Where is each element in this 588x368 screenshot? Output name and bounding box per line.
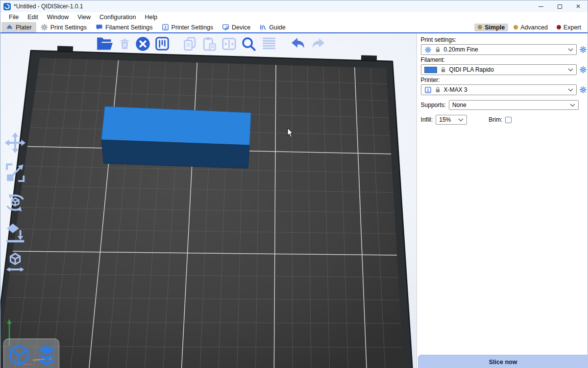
print-bed-scene bbox=[0, 33, 416, 368]
redo-button[interactable] bbox=[310, 36, 326, 52]
app-logo-icon bbox=[3, 3, 11, 10]
menu-file[interactable]: File bbox=[4, 13, 23, 22]
menu-help[interactable]: Help bbox=[140, 13, 162, 22]
lock-icon bbox=[435, 46, 441, 53]
infill-value: 15% bbox=[439, 116, 455, 123]
mouse-cursor bbox=[287, 128, 294, 138]
tab-guide[interactable]: Guide bbox=[255, 22, 290, 32]
move-tool[interactable] bbox=[4, 131, 26, 154]
arrange-button[interactable] bbox=[154, 36, 170, 52]
mode-simple[interactable]: Simple bbox=[474, 24, 508, 31]
mode-dot-icon bbox=[557, 25, 561, 29]
delete-all-button[interactable] bbox=[135, 36, 151, 52]
window-title: *Untitled - QIDISlicer-1.0.1 bbox=[14, 3, 83, 10]
tab-label: Print Settings bbox=[50, 24, 87, 31]
mode-expert[interactable]: Expert bbox=[553, 24, 585, 31]
cube-view-icon bbox=[7, 343, 31, 368]
place-on-face-tool[interactable] bbox=[4, 221, 26, 244]
circle-x-icon bbox=[135, 36, 151, 52]
plater-toolbar bbox=[95, 34, 326, 53]
undo-icon bbox=[290, 35, 307, 53]
maximize-icon bbox=[558, 4, 562, 9]
view-preview-button[interactable] bbox=[34, 343, 59, 368]
infill-select[interactable]: 15% bbox=[436, 115, 467, 125]
printer-select[interactable]: X-MAX 3 bbox=[421, 84, 577, 95]
view-3d-editor-button[interactable] bbox=[7, 343, 31, 368]
filament-select[interactable]: QIDI PLA Rapido bbox=[421, 64, 577, 75]
slice-now-button[interactable]: Slice now bbox=[418, 355, 588, 368]
app-window: *Untitled - QIDISlicer-1.0.1 ✕ FileEditW… bbox=[0, 0, 588, 368]
supports-label: Supports: bbox=[421, 102, 446, 108]
3d-viewport[interactable] bbox=[0, 33, 416, 368]
model-object[interactable] bbox=[101, 106, 251, 168]
chevron-down-icon bbox=[568, 48, 573, 52]
split-icon bbox=[221, 36, 237, 52]
filament-color-swatch bbox=[424, 67, 437, 73]
print-settings-edit-button[interactable] bbox=[579, 46, 587, 53]
close-icon: ✕ bbox=[576, 3, 581, 9]
scale-tool[interactable] bbox=[4, 161, 26, 184]
gizmo-toolbar bbox=[4, 131, 26, 274]
menu-configuration[interactable]: Configuration bbox=[95, 13, 140, 22]
tab-device[interactable]: Device bbox=[218, 22, 255, 32]
mode-dot-icon bbox=[478, 25, 482, 29]
lines-icon bbox=[260, 35, 278, 53]
tab-printer-settings[interactable]: Printer Settings bbox=[157, 22, 218, 32]
tab-print-settings[interactable]: Print Settings bbox=[36, 22, 91, 32]
gear-icon bbox=[424, 46, 432, 53]
copy-icon bbox=[182, 36, 198, 52]
split-button[interactable] bbox=[221, 36, 237, 52]
minimize-button[interactable] bbox=[532, 0, 550, 12]
measure-tool[interactable] bbox=[4, 251, 26, 274]
device-icon bbox=[222, 24, 229, 31]
filament-value: QIDI PLA Rapido bbox=[449, 66, 565, 73]
printer-edit-button[interactable] bbox=[579, 86, 587, 94]
lock-icon bbox=[440, 66, 446, 73]
minimize-icon bbox=[539, 6, 543, 7]
tab-filament-settings[interactable]: Filament Settings bbox=[91, 22, 157, 32]
printer-value: X-MAX 3 bbox=[444, 86, 565, 93]
printer-icon bbox=[162, 24, 169, 31]
brim-checkbox[interactable] bbox=[505, 117, 512, 123]
print-settings-value: 0.20mm Fine bbox=[444, 46, 565, 53]
maximize-button[interactable] bbox=[550, 0, 569, 12]
menu-window[interactable]: Window bbox=[43, 13, 73, 22]
tab-label: Filament Settings bbox=[105, 24, 153, 31]
menu-view[interactable]: View bbox=[73, 13, 95, 22]
mode-advanced[interactable]: Advanced bbox=[510, 24, 551, 31]
mode-switcher: SimpleAdvancedExpert bbox=[474, 22, 588, 32]
search-button[interactable] bbox=[241, 36, 257, 52]
print-settings-gear-icon bbox=[41, 24, 48, 31]
flatten-icon bbox=[4, 221, 26, 244]
layers-view-icon bbox=[34, 343, 59, 368]
tab-plater[interactable]: Plater bbox=[1, 22, 36, 32]
mode-label: Advanced bbox=[520, 24, 548, 31]
filament-edit-button[interactable] bbox=[579, 66, 587, 74]
trash-icon bbox=[118, 37, 131, 51]
print-settings-label: Print settings: bbox=[421, 36, 588, 43]
close-button[interactable]: ✕ bbox=[569, 0, 588, 12]
rotate-tool[interactable] bbox=[4, 191, 26, 214]
delete-button[interactable] bbox=[118, 37, 131, 51]
arrange-icon bbox=[154, 36, 170, 52]
guide-icon bbox=[259, 24, 267, 31]
print-settings-select[interactable]: 0.20mm Fine bbox=[421, 44, 577, 55]
tab-label: Plater bbox=[16, 24, 32, 31]
menu-bar: FileEditWindowViewConfigurationHelp bbox=[0, 12, 588, 22]
tab-bar: PlaterPrint SettingsFilament SettingsPri… bbox=[0, 22, 588, 33]
printer-icon bbox=[424, 86, 432, 94]
paste-icon bbox=[201, 36, 218, 52]
open-button[interactable] bbox=[95, 34, 115, 53]
copy-button[interactable] bbox=[182, 36, 198, 52]
paste-button[interactable] bbox=[201, 36, 218, 52]
chevron-down-icon bbox=[458, 118, 464, 122]
search-icon bbox=[241, 36, 257, 52]
supports-select[interactable]: None bbox=[449, 100, 579, 110]
brim-label: Brim: bbox=[489, 116, 502, 123]
undo-button[interactable] bbox=[290, 35, 307, 53]
menu-edit[interactable]: Edit bbox=[23, 13, 43, 22]
layers-button[interactable] bbox=[260, 35, 278, 53]
measure-icon bbox=[4, 251, 26, 274]
tab-label: Guide bbox=[269, 24, 285, 31]
view-switcher-panel bbox=[3, 339, 59, 368]
